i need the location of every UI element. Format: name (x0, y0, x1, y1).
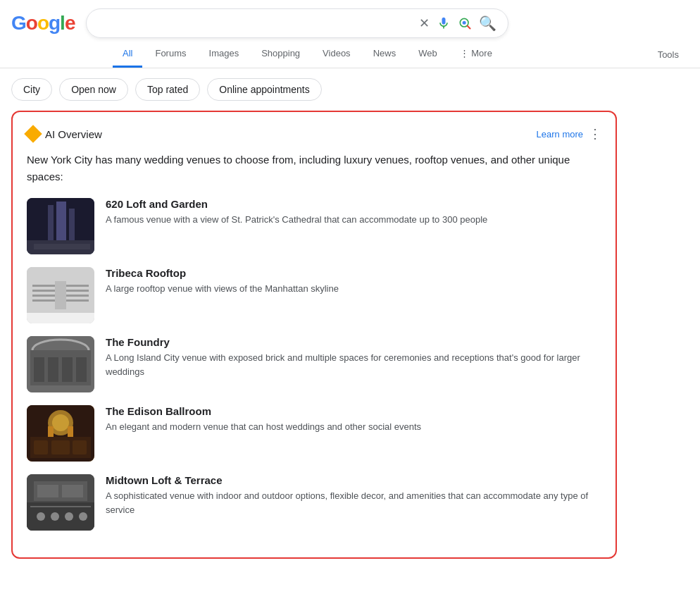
svg-point-38 (79, 512, 87, 521)
venue-image-3 (27, 336, 94, 392)
venue-info-1: 620 Loft and Garden A famous venue with … (106, 198, 601, 254)
ai-overview-header: AI Overview Learn more ⋮ (27, 126, 601, 142)
svg-rect-21 (62, 357, 73, 382)
main-content: AI Overview Learn more ⋮ New York City h… (0, 111, 700, 570)
google-logo: Google (11, 12, 75, 35)
tab-videos[interactable]: Videos (313, 41, 361, 68)
lens-search-button[interactable] (458, 16, 472, 30)
svg-rect-15 (27, 313, 94, 323)
venue-name-2: Tribeca Rooftop (106, 267, 601, 279)
svg-point-1 (463, 21, 466, 25)
venue-svg-3 (27, 336, 94, 392)
venue-image-4 (27, 405, 94, 462)
venue-svg-2 (27, 267, 94, 323)
svg-rect-29 (73, 440, 87, 454)
venue-item: The Edison Ballroom An elegant and moder… (27, 405, 601, 462)
venue-item: Midtown Loft & Terrace A sophisticated v… (27, 474, 601, 531)
svg-rect-30 (48, 426, 54, 437)
search-button[interactable]: 🔍 (479, 15, 496, 32)
close-icon: ✕ (419, 16, 430, 31)
svg-rect-19 (34, 357, 44, 382)
svg-rect-34 (30, 506, 91, 507)
ai-header-right: Learn more ⋮ (537, 126, 601, 142)
header: Google which wedding venues to choose in… (0, 0, 700, 38)
search-bar: which wedding venues to choose in new yo… (86, 8, 508, 38)
ai-overview-box: AI Overview Learn more ⋮ New York City h… (11, 111, 617, 559)
more-options-icon[interactable]: ⋮ (589, 126, 601, 142)
venue-svg-1 (27, 198, 94, 254)
svg-point-25 (52, 414, 69, 431)
tab-news[interactable]: News (363, 41, 406, 68)
venue-desc-2: A large rooftop venue with views of the … (106, 282, 601, 296)
tab-images[interactable]: Images (199, 41, 249, 68)
svg-rect-28 (51, 440, 70, 454)
search-icon: 🔍 (479, 15, 496, 32)
venue-info-4: The Edison Ballroom An elegant and moder… (106, 405, 601, 462)
svg-rect-40 (37, 485, 58, 497)
venue-name-1: 620 Loft and Garden (106, 198, 601, 210)
svg-rect-8 (34, 244, 90, 249)
venue-desc-4: An elegant and modern venue that can hos… (106, 420, 601, 434)
venue-svg-5 (27, 474, 94, 531)
venue-image-1 (27, 198, 94, 254)
venue-info-2: Tribeca Rooftop A large rooftop venue wi… (106, 267, 601, 323)
venue-name-4: The Edison Ballroom (106, 405, 601, 417)
venue-desc-5: A sophisticated venue with indoor and ou… (106, 489, 601, 516)
venue-item: The Foundry A Long Island City venue wit… (27, 336, 601, 392)
svg-rect-14 (55, 281, 66, 309)
svg-rect-27 (34, 440, 48, 454)
svg-rect-41 (62, 485, 83, 497)
svg-point-35 (37, 512, 45, 521)
venue-info-5: Midtown Loft & Terrace A sophisticated v… (106, 474, 601, 531)
venue-image-2 (27, 267, 94, 323)
filter-chips: City Open now Top rated Online appointme… (0, 68, 700, 111)
tab-more[interactable]: ⋮ More (450, 41, 502, 68)
venue-image-5 (27, 474, 94, 531)
ai-diamond-icon (24, 125, 42, 142)
ai-intro-text: New York City has many wedding venues to… (27, 151, 601, 185)
chip-open-now[interactable]: Open now (59, 78, 128, 101)
svg-rect-20 (48, 357, 58, 382)
chip-city[interactable]: City (11, 78, 52, 101)
ai-header-left: AI Overview (27, 128, 102, 140)
clear-search-button[interactable]: ✕ (419, 16, 430, 31)
learn-more-link[interactable]: Learn more (537, 129, 583, 140)
chip-online-appointments[interactable]: Online appointments (207, 78, 321, 101)
venue-item: 620 Loft and Garden A famous venue with … (27, 198, 601, 254)
tools-button[interactable]: Tools (648, 42, 689, 67)
svg-rect-5 (56, 202, 66, 240)
tab-web[interactable]: Web (408, 41, 447, 68)
svg-rect-31 (68, 426, 73, 437)
nav-tabs: All Forums Images Shopping Videos News W… (0, 41, 700, 68)
mic-icon (437, 16, 451, 30)
tab-shopping[interactable]: Shopping (251, 41, 310, 68)
ai-overview-title: AI Overview (45, 128, 102, 140)
chip-top-rated[interactable]: Top rated (135, 78, 200, 101)
search-icons: ✕ 🔍 (419, 15, 496, 32)
svg-point-37 (65, 512, 73, 521)
svg-rect-6 (69, 209, 75, 240)
venue-desc-1: A famous venue with a view of St. Patric… (106, 213, 601, 227)
svg-point-36 (51, 512, 59, 521)
venue-name-5: Midtown Loft & Terrace (106, 474, 601, 486)
lens-icon (458, 16, 472, 30)
svg-rect-4 (48, 205, 54, 240)
tab-forums[interactable]: Forums (145, 41, 196, 68)
venue-svg-4 (27, 405, 94, 462)
svg-line-2 (468, 26, 470, 29)
venue-item: Tribeca Rooftop A large rooftop venue wi… (27, 267, 601, 323)
search-input[interactable]: which wedding venues to choose in new yo… (98, 17, 412, 30)
venue-desc-3: A Long Island City venue with exposed br… (106, 351, 601, 378)
voice-search-button[interactable] (437, 16, 451, 30)
tab-all[interactable]: All (113, 41, 142, 68)
venue-info-3: The Foundry A Long Island City venue wit… (106, 336, 601, 392)
venue-name-3: The Foundry (106, 336, 601, 348)
svg-rect-22 (76, 357, 87, 382)
